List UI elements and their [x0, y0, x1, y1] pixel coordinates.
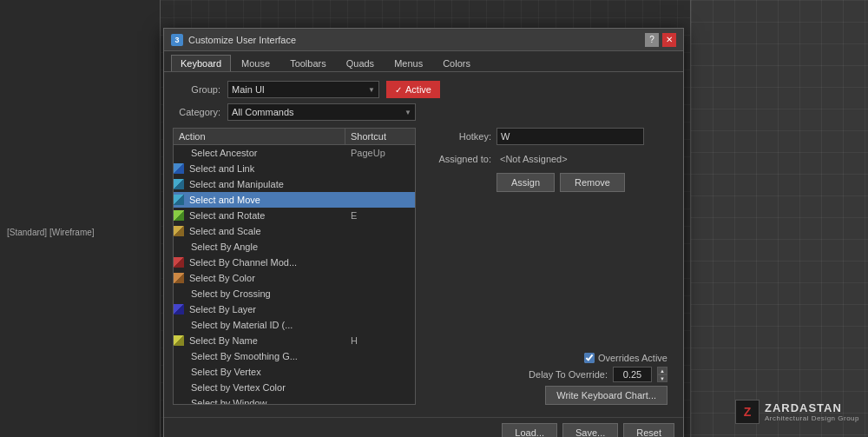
category-label: Category: — [173, 107, 220, 117]
channel-icon — [174, 257, 184, 268]
action-shortcut — [345, 371, 415, 373]
close-button[interactable]: ✕ — [662, 33, 676, 47]
group-label: Group: — [173, 84, 220, 95]
group-dropdown[interactable]: Main UI ▼ — [227, 81, 379, 98]
save-button[interactable]: Save... — [562, 423, 618, 437]
action-shortcut — [345, 402, 415, 404]
right-viewport-panel: Z ZARDASTAN Architectural Design Group — [690, 0, 868, 437]
category-dropdown-value: All Commands — [232, 107, 294, 117]
overrides-label: Overrides Active — [598, 353, 667, 363]
assigned-label: Assigned to: — [426, 154, 491, 164]
manipulate-icon — [174, 179, 184, 189]
tab-bar: Keyboard Mouse Toolbars Quads Menus Colo… — [164, 51, 683, 72]
list-item[interactable]: Select By Smoothing G... — [174, 348, 415, 364]
action-name: Select by Material ID (... — [174, 319, 345, 331]
delay-label: Delay To Override: — [529, 369, 608, 380]
viewport-label: [Standard] [Wireframe] — [7, 228, 95, 237]
list-item-selected[interactable]: Select and Move — [174, 192, 415, 208]
list-item[interactable]: Select By Name H — [174, 333, 415, 348]
action-name: Select and Move — [186, 194, 345, 206]
action-shortcut — [345, 199, 415, 201]
action-name: Select By Angle — [174, 241, 345, 253]
reset-button[interactable]: Reset — [623, 423, 674, 437]
action-shortcut — [345, 355, 415, 357]
action-name: Select by Crossing — [174, 288, 345, 300]
link-icon — [174, 163, 184, 174]
remove-button[interactable]: Remove — [560, 173, 625, 192]
main-two-col: Action Shortcut Select Ancestor PageUp S… — [173, 128, 674, 405]
tab-colors[interactable]: Colors — [433, 55, 480, 71]
list-item[interactable]: Select and Link — [174, 161, 415, 176]
action-shortcut: E — [345, 209, 415, 222]
category-dropdown[interactable]: All Commands ▼ — [227, 103, 416, 121]
col-header-shortcut: Shortcut — [345, 129, 415, 144]
action-name: Select By Vertex — [174, 366, 345, 378]
list-item[interactable]: Select By Angle — [174, 239, 415, 255]
logo: Z ZARDASTAN Architectural Design Group — [735, 400, 859, 424]
action-name: Select by Vertex Color — [174, 381, 345, 394]
action-name: Select and Link — [186, 162, 345, 175]
action-name: Select by Window — [174, 397, 345, 405]
assign-button[interactable]: Assign — [496, 173, 555, 192]
logo-main-text: ZARDASTAN — [765, 401, 859, 414]
action-list-col: Action Shortcut Select Ancestor PageUp S… — [173, 128, 416, 405]
tab-toolbars[interactable]: Toolbars — [280, 55, 336, 71]
tab-menus[interactable]: Menus — [385, 55, 432, 71]
list-item[interactable]: Select and Scale — [174, 223, 415, 239]
title-bar-controls: ? ✕ — [645, 33, 676, 47]
group-row: Group: Main UI ▼ ✓ Active — [173, 81, 674, 98]
spinner-down[interactable]: ▼ — [657, 374, 667, 382]
write-chart-button[interactable]: Write Keyboard Chart... — [545, 386, 667, 405]
dialog-content: Group: Main UI ▼ ✓ Active Category: All … — [164, 72, 683, 414]
action-name: Select and Scale — [186, 225, 345, 237]
action-shortcut — [345, 183, 415, 185]
assign-remove-row: Assign Remove — [426, 173, 674, 192]
list-item[interactable]: Select Ancestor PageUp — [174, 145, 415, 161]
logo-sub-text: Architectural Design Group — [765, 414, 859, 422]
title-bar: 3 Customize User Interface ? ✕ — [164, 29, 683, 51]
help-button[interactable]: ? — [645, 33, 659, 47]
tab-mouse[interactable]: Mouse — [232, 55, 279, 71]
list-item[interactable]: Select and Manipulate — [174, 176, 415, 192]
action-name: Select By Smoothing G... — [174, 350, 345, 362]
list-item[interactable]: Select By Layer — [174, 301, 415, 317]
active-button[interactable]: ✓ Active — [386, 81, 440, 98]
list-item[interactable]: Select by Material ID (... — [174, 317, 415, 333]
list-item[interactable]: Select by Window — [174, 395, 415, 405]
hotkey-label: Hotkey: — [426, 131, 491, 142]
load-button[interactable]: Load... — [502, 423, 557, 437]
overrides-checkbox[interactable] — [584, 353, 595, 363]
hotkey-input[interactable] — [496, 128, 644, 145]
hotkey-col: Hotkey: Assigned to: <Not Assigned> Assi… — [426, 128, 674, 405]
active-label: Active — [405, 84, 431, 95]
list-item[interactable]: Select by Vertex Color — [174, 380, 415, 395]
spinner-up[interactable]: ▲ — [657, 367, 667, 374]
move-icon — [174, 195, 184, 205]
delay-input[interactable] — [613, 367, 652, 382]
action-shortcut — [345, 262, 415, 263]
action-shortcut — [345, 277, 415, 279]
delay-spinner: ▲ ▼ — [657, 367, 667, 382]
layer-icon — [174, 304, 184, 315]
action-shortcut — [345, 230, 415, 232]
list-item[interactable]: Select and Rotate E — [174, 208, 415, 223]
action-name: Select and Rotate — [186, 209, 345, 222]
hotkey-row: Hotkey: — [426, 128, 674, 145]
list-item[interactable]: Select By Vertex — [174, 364, 415, 380]
overrides-section: Overrides Active Delay To Override: ▲ ▼ … — [426, 214, 674, 405]
action-name: Select Ancestor — [174, 147, 345, 159]
tab-keyboard[interactable]: Keyboard — [171, 55, 231, 71]
assigned-row: Assigned to: <Not Assigned> — [426, 152, 674, 166]
list-item[interactable]: Select By Channel Mod... — [174, 255, 415, 270]
title-bar-left: 3 Customize User Interface — [171, 34, 296, 46]
dialog-title: Customize User Interface — [188, 35, 296, 45]
overrides-checkbox-row: Overrides Active — [426, 353, 674, 363]
action-list[interactable]: Select Ancestor PageUp Select and Link S… — [173, 144, 416, 405]
list-item[interactable]: Select By Color — [174, 270, 415, 286]
name-icon — [174, 335, 184, 346]
list-item[interactable]: Select by Crossing — [174, 286, 415, 301]
tab-quads[interactable]: Quads — [337, 55, 384, 71]
delay-row: Delay To Override: ▲ ▼ — [426, 367, 674, 382]
action-shortcut: H — [345, 334, 415, 347]
action-shortcut — [345, 308, 415, 310]
